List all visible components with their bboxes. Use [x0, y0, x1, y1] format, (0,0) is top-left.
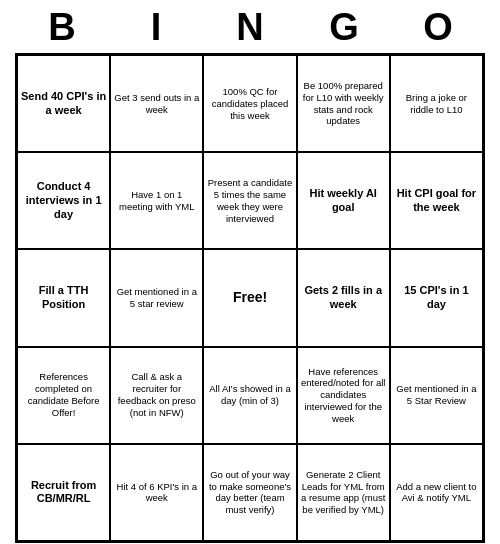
bingo-cell-r4c2[interactable]: Call & ask a recruiter for feedback on p… — [110, 347, 203, 444]
bingo-cell-r1c1[interactable]: Send 40 CPI's in a week — [17, 55, 110, 152]
bingo-cell-r3c5[interactable]: 15 CPI's in 1 day — [390, 249, 483, 346]
bingo-cell-r5c5[interactable]: Add a new client to Avi & notify YML — [390, 444, 483, 541]
bingo-cell-r2c5[interactable]: Hit CPI goal for the week — [390, 152, 483, 249]
bingo-cell-r1c2[interactable]: Get 3 send outs in a week — [110, 55, 203, 152]
bingo-cell-r4c4[interactable]: Have references entered/noted for all ca… — [297, 347, 390, 444]
bingo-cell-r3c3[interactable]: Free! — [203, 249, 296, 346]
bingo-letter-I: I — [130, 6, 182, 49]
bingo-cell-r5c3[interactable]: Go out of your way to make someone's day… — [203, 444, 296, 541]
bingo-cell-r1c5[interactable]: Bring a joke or riddle to L10 — [390, 55, 483, 152]
bingo-letter-B: B — [36, 6, 88, 49]
bingo-cell-r3c4[interactable]: Gets 2 fills in a week — [297, 249, 390, 346]
bingo-cell-r4c3[interactable]: All AI's showed in a day (min of 3) — [203, 347, 296, 444]
bingo-title: BINGO — [15, 0, 485, 53]
bingo-letter-G: G — [318, 6, 370, 49]
bingo-cell-r1c4[interactable]: Be 100% prepared for L10 with weekly sta… — [297, 55, 390, 152]
bingo-letter-O: O — [412, 6, 464, 49]
bingo-letter-N: N — [224, 6, 276, 49]
bingo-cell-r4c5[interactable]: Get mentioned in a 5 Star Review — [390, 347, 483, 444]
bingo-cell-r1c3[interactable]: 100% QC for candidates placed this week — [203, 55, 296, 152]
bingo-cell-r2c3[interactable]: Present a candidate 5 times the same wee… — [203, 152, 296, 249]
bingo-cell-r2c1[interactable]: Conduct 4 interviews in 1 day — [17, 152, 110, 249]
bingo-cell-r3c2[interactable]: Get mentioned in a 5 star review — [110, 249, 203, 346]
bingo-cell-r2c4[interactable]: Hit weekly AI goal — [297, 152, 390, 249]
bingo-grid: Send 40 CPI's in a weekGet 3 send outs i… — [15, 53, 485, 543]
bingo-cell-r5c1[interactable]: Recruit from CB/MR/RL — [17, 444, 110, 541]
bingo-cell-r2c2[interactable]: Have 1 on 1 meeting with YML — [110, 152, 203, 249]
bingo-cell-r5c2[interactable]: Hit 4 of 6 KPI's in a week — [110, 444, 203, 541]
bingo-cell-r5c4[interactable]: Generate 2 Client Leads for YML from a r… — [297, 444, 390, 541]
bingo-cell-r3c1[interactable]: Fill a TTH Position — [17, 249, 110, 346]
bingo-cell-r4c1[interactable]: References completed on candidate Before… — [17, 347, 110, 444]
